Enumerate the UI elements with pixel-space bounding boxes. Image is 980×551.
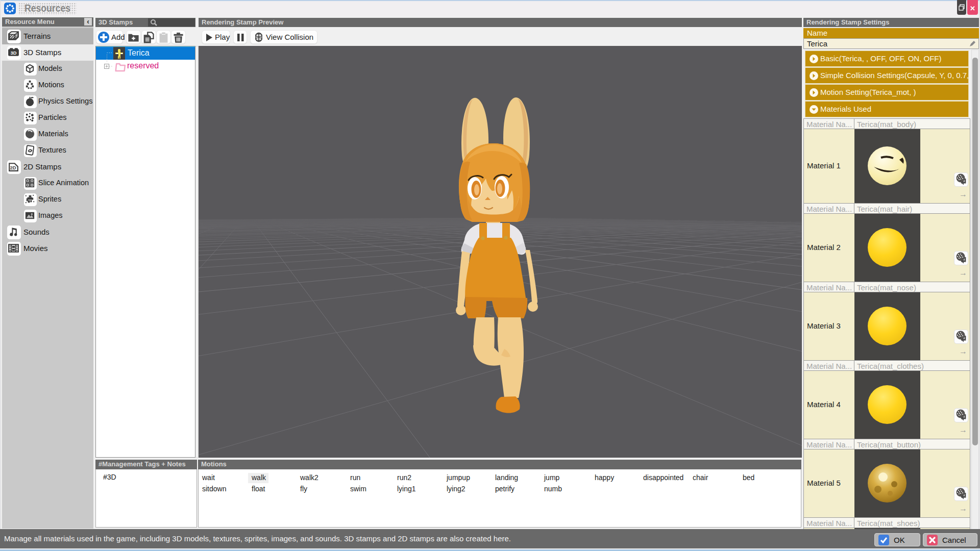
svg-text:3D: 3D bbox=[11, 51, 17, 56]
svg-text:2D: 2D bbox=[10, 165, 16, 170]
